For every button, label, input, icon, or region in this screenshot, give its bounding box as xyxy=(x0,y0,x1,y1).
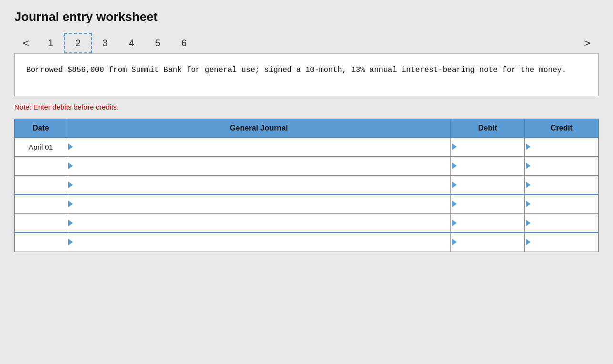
date-cell-4 xyxy=(15,194,67,213)
debit-cell-1[interactable] xyxy=(451,137,525,156)
table-row xyxy=(15,175,599,194)
tab-4[interactable]: 4 xyxy=(118,34,144,52)
tri-icon-4 xyxy=(68,201,73,207)
credit-cell-5[interactable] xyxy=(525,213,599,233)
table-row xyxy=(15,213,599,233)
col-header-date: Date xyxy=(15,119,67,137)
tri-icon-credit-5 xyxy=(526,220,531,226)
debit-cell-3[interactable] xyxy=(451,175,525,194)
journal-input-2[interactable] xyxy=(75,157,449,175)
journal-input-4[interactable] xyxy=(75,195,449,213)
debit-cell-4[interactable] xyxy=(451,194,525,213)
credit-cell-6[interactable] xyxy=(525,233,599,252)
journal-cell-6[interactable] xyxy=(67,233,451,252)
tri-icon-debit-3 xyxy=(452,182,457,188)
col-header-debit: Debit xyxy=(451,119,525,137)
journal-cell-5[interactable] xyxy=(67,213,451,233)
credit-input-5[interactable] xyxy=(532,214,596,233)
tab-navigation: < 1 2 3 4 5 6 > xyxy=(14,33,599,53)
page-title: Journal entry worksheet xyxy=(14,10,599,24)
col-header-journal: General Journal xyxy=(67,119,451,137)
table-row xyxy=(15,156,599,175)
tab-2[interactable]: 2 xyxy=(64,33,92,53)
debit-input-6[interactable] xyxy=(459,233,522,252)
tri-icon-credit-4 xyxy=(526,201,531,207)
debit-input-5[interactable] xyxy=(459,214,522,233)
credit-cell-3[interactable] xyxy=(525,175,599,194)
credit-input-4[interactable] xyxy=(532,195,596,213)
date-cell-2 xyxy=(15,156,67,175)
date-cell-6 xyxy=(15,233,67,252)
debit-cell-6[interactable] xyxy=(451,233,525,252)
tri-icon-credit-2 xyxy=(526,162,531,169)
debit-input-2[interactable] xyxy=(459,157,522,175)
credit-cell-2[interactable] xyxy=(525,156,599,175)
debit-input-1[interactable] xyxy=(459,138,522,156)
credit-cell-4[interactable] xyxy=(525,194,599,213)
tri-icon-credit-6 xyxy=(526,239,531,245)
debit-input-3[interactable] xyxy=(459,176,522,194)
table-row xyxy=(15,233,599,252)
journal-cell-2[interactable] xyxy=(67,156,451,175)
tri-icon-3 xyxy=(68,182,73,188)
debit-cell-2[interactable] xyxy=(451,156,525,175)
tab-1[interactable]: 1 xyxy=(38,34,64,52)
note-text: Note: Enter debits before credits. xyxy=(14,103,599,111)
tri-icon-5 xyxy=(68,220,73,226)
tri-icon-debit-4 xyxy=(452,201,457,207)
journal-input-1[interactable] xyxy=(75,138,449,156)
journal-input-3[interactable] xyxy=(75,176,449,194)
journal-input-5[interactable] xyxy=(75,214,449,233)
date-cell-5 xyxy=(15,213,67,233)
prev-arrow[interactable]: < xyxy=(14,37,38,50)
tri-icon-2 xyxy=(68,162,73,169)
tab-5[interactable]: 5 xyxy=(144,34,171,52)
description-box: Borrowed $856,000 from Summit Bank for g… xyxy=(14,53,599,96)
tab-3[interactable]: 3 xyxy=(92,34,118,52)
tri-icon-credit-1 xyxy=(526,143,531,150)
tri-icon-1 xyxy=(68,143,73,150)
date-cell-3 xyxy=(15,175,67,194)
journal-cell-3[interactable] xyxy=(67,175,451,194)
debit-cell-5[interactable] xyxy=(451,213,525,233)
debit-input-4[interactable] xyxy=(459,195,522,213)
col-header-credit: Credit xyxy=(525,119,599,137)
table-row xyxy=(15,194,599,213)
tri-icon-6 xyxy=(68,239,73,245)
credit-input-6[interactable] xyxy=(532,233,596,252)
tri-icon-debit-6 xyxy=(452,239,457,245)
credit-input-1[interactable] xyxy=(532,138,596,156)
credit-input-3[interactable] xyxy=(532,176,596,194)
tri-icon-debit-1 xyxy=(452,143,457,150)
journal-table: Date General Journal Debit Credit April … xyxy=(14,119,599,252)
tri-icon-debit-2 xyxy=(452,162,457,169)
tri-icon-debit-5 xyxy=(452,220,457,226)
table-row: April 01 xyxy=(15,137,599,156)
journal-cell-1[interactable] xyxy=(67,137,451,156)
date-cell-1: April 01 xyxy=(15,137,67,156)
tri-icon-credit-3 xyxy=(526,182,531,188)
next-arrow[interactable]: > xyxy=(575,37,599,50)
journal-input-6[interactable] xyxy=(75,233,449,252)
journal-cell-4[interactable] xyxy=(67,194,451,213)
credit-input-2[interactable] xyxy=(532,157,596,175)
credit-cell-1[interactable] xyxy=(525,137,599,156)
tab-6[interactable]: 6 xyxy=(171,34,197,52)
